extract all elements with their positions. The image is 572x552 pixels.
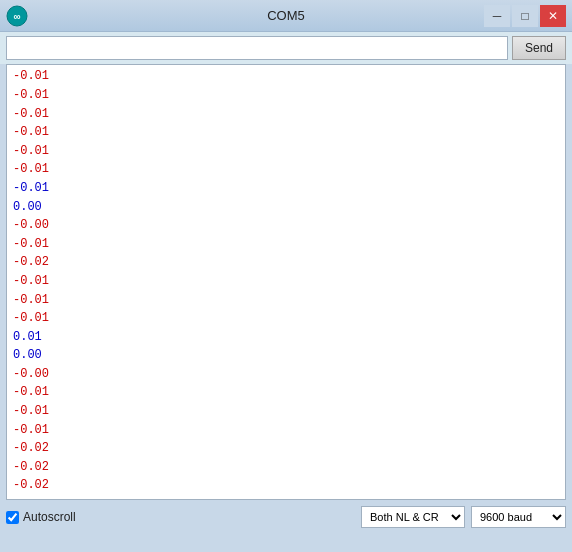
- list-item: -0.01: [13, 309, 559, 328]
- autoscroll-checkbox[interactable]: [6, 511, 19, 524]
- list-item: -0.01: [13, 160, 559, 179]
- list-item: -0.02: [13, 253, 559, 272]
- list-item: -0.01: [13, 123, 559, 142]
- list-item: 0.00: [13, 198, 559, 217]
- close-button[interactable]: ✕: [540, 5, 566, 27]
- window-title: COM5: [267, 8, 305, 23]
- serial-output[interactable]: 0.02-0.02-0.00-0.01-0.01-0.01-0.01-0.01-…: [7, 65, 565, 499]
- list-item: -0.01: [13, 105, 559, 124]
- title-bar-controls: ─ □ ✕: [484, 5, 566, 27]
- list-item: -0.01: [13, 402, 559, 421]
- list-item: -0.01: [13, 235, 559, 254]
- list-item: -0.01: [13, 86, 559, 105]
- list-item: 0.01: [13, 328, 559, 347]
- svg-text:∞: ∞: [13, 11, 20, 22]
- minimize-button[interactable]: ─: [484, 5, 510, 27]
- list-item: -0.01: [13, 67, 559, 86]
- list-item: -0.01: [13, 421, 559, 440]
- title-bar: ∞ COM5 ─ □ ✕: [0, 0, 572, 32]
- maximize-button[interactable]: □: [512, 5, 538, 27]
- title-bar-left: ∞: [6, 5, 28, 27]
- list-item: -0.01: [13, 291, 559, 310]
- autoscroll-label[interactable]: Autoscroll: [6, 510, 76, 524]
- send-button[interactable]: Send: [512, 36, 566, 60]
- list-item: -0.01: [13, 142, 559, 161]
- arduino-logo-icon: ∞: [6, 5, 28, 27]
- list-item: -0.00: [13, 216, 559, 235]
- serial-input[interactable]: [6, 36, 508, 60]
- list-item: -0.02: [13, 458, 559, 477]
- input-bar: Send: [0, 32, 572, 64]
- list-item: 0.00: [13, 346, 559, 365]
- serial-output-container: 0.02-0.02-0.00-0.01-0.01-0.01-0.01-0.01-…: [6, 64, 566, 500]
- baud-rate-select[interactable]: 9600 baud 300 baud 1200 baud 2400 baud 4…: [471, 506, 566, 528]
- bottom-right: Both NL & CR No line ending Newline Carr…: [361, 506, 566, 528]
- line-ending-select[interactable]: Both NL & CR No line ending Newline Carr…: [361, 506, 465, 528]
- list-item: -0.02: [13, 439, 559, 458]
- list-item: -0.00: [13, 365, 559, 384]
- bottom-bar: Autoscroll Both NL & CR No line ending N…: [0, 500, 572, 534]
- autoscroll-text: Autoscroll: [23, 510, 76, 524]
- list-item: -0.01: [13, 272, 559, 291]
- list-item: -0.01: [13, 179, 559, 198]
- list-item: -0.02: [13, 476, 559, 495]
- list-item: -0.01: [13, 383, 559, 402]
